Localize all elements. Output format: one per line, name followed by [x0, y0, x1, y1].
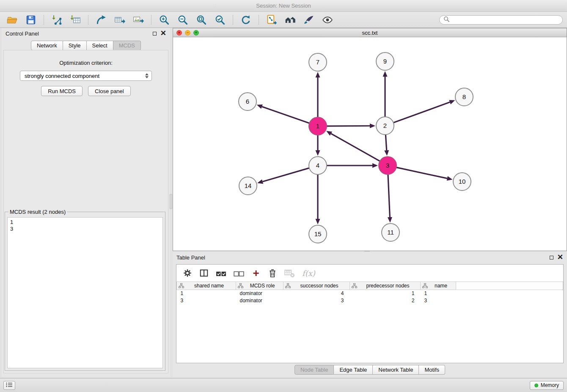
edge-2-3[interactable]: [385, 135, 386, 150]
edge-arrow-icon: [384, 150, 389, 156]
column-header-predecessor-nodes[interactable]: predecessor nodes: [350, 282, 421, 290]
table-row[interactable]: 3dominator323: [177, 297, 563, 304]
export-table-icon[interactable]: [112, 14, 128, 26]
select-all-icon[interactable]: [216, 269, 226, 277]
cell-mcds-role[interactable]: dominator: [236, 297, 284, 304]
show-hide-icon[interactable]: [319, 14, 336, 26]
zoom-selected-icon[interactable]: [212, 14, 228, 26]
table-row[interactable]: 1dominator411: [177, 290, 563, 298]
cell-successor-nodes[interactable]: 3: [284, 297, 350, 304]
cell-successor-nodes[interactable]: 4: [284, 290, 350, 298]
edge-3-11[interactable]: [388, 174, 390, 217]
cell-shared-name[interactable]: 3: [177, 297, 236, 304]
apply-style-icon[interactable]: [301, 14, 317, 26]
fx-label: f(x): [302, 269, 315, 278]
tab-motifs[interactable]: Motifs: [419, 365, 445, 375]
tab-select[interactable]: Select: [87, 41, 113, 50]
tab-node-table[interactable]: Node Table: [295, 365, 334, 375]
close-table-panel-icon[interactable]: ✕: [557, 255, 563, 260]
cell-predecessor-nodes[interactable]: 2: [350, 297, 421, 304]
edge-arrow-icon: [383, 71, 388, 77]
result-line: 3: [10, 226, 160, 232]
column-header-name[interactable]: name: [421, 282, 456, 290]
toolbar-separator: [151, 15, 151, 25]
window-title: Session: New Session: [256, 3, 311, 9]
optimization-label: Optimization criterion:: [4, 60, 168, 66]
close-window-button[interactable]: ×: [176, 30, 182, 36]
graph-node-label: 11: [387, 229, 394, 236]
tab-network-table[interactable]: Network Table: [373, 365, 419, 375]
zoom-in-icon[interactable]: [156, 14, 172, 26]
task-history-button[interactable]: [3, 381, 15, 390]
add-row-icon[interactable]: +: [251, 269, 261, 277]
edge-arrow-icon: [316, 150, 320, 156]
close-panel-button[interactable]: Close panel: [88, 86, 131, 96]
column-header-mcds-role[interactable]: MCDS role: [236, 282, 284, 290]
mcds-result-list[interactable]: 13: [7, 217, 163, 368]
result-line: 1: [10, 219, 160, 226]
network-canvas[interactable]: 7968124314101511: [173, 37, 567, 251]
close-panel-icon[interactable]: ✕: [160, 31, 166, 36]
search-box[interactable]: [439, 15, 563, 25]
tab-mcds[interactable]: MCDS: [113, 41, 141, 50]
graph-node-label: 15: [314, 230, 322, 237]
deselect-all-icon[interactable]: [234, 269, 244, 277]
edge-arrow-icon: [257, 105, 263, 109]
destroy-table-icon[interactable]: [284, 269, 295, 278]
edge-4-14[interactable]: [263, 168, 309, 182]
function-builder-icon[interactable]: f(x): [302, 269, 315, 278]
refresh-icon[interactable]: [238, 14, 254, 26]
import-network-icon[interactable]: [49, 14, 65, 26]
import-table-icon[interactable]: [67, 14, 83, 26]
main-toolbar: [0, 12, 567, 28]
column-header-successor-nodes[interactable]: successor nodes: [284, 282, 350, 290]
zoom-fit-icon[interactable]: [193, 14, 209, 26]
titlebar: Session: New Session: [0, 0, 567, 12]
tab-style[interactable]: Style: [63, 41, 87, 50]
column-header-filler: [456, 282, 563, 290]
column-header-shared-name[interactable]: shared name: [177, 282, 236, 290]
memory-status-icon: [534, 384, 538, 387]
optimization-criterion-select[interactable]: strongly connected component: [20, 71, 152, 81]
edge-3-1[interactable]: [331, 134, 380, 161]
settings-icon[interactable]: [183, 268, 192, 278]
vertical-splitter-handle[interactable]: [170, 194, 172, 209]
float-table-panel-icon[interactable]: [550, 256, 553, 259]
zoom-window-button[interactable]: +: [193, 30, 199, 36]
columns-icon[interactable]: [199, 268, 209, 278]
search-input[interactable]: [451, 17, 559, 23]
export-network-icon[interactable]: [93, 14, 109, 26]
cell-name[interactable]: 1: [421, 290, 456, 298]
edge-1-6[interactable]: [262, 107, 309, 123]
float-panel-icon[interactable]: [153, 32, 157, 36]
cell-name[interactable]: 3: [421, 297, 456, 304]
column-tree-icon: [238, 283, 243, 288]
copy-style-icon[interactable]: [264, 14, 280, 26]
edge-3-10[interactable]: [396, 167, 447, 178]
graph-node-label: 8: [462, 93, 466, 100]
network-window-titlebar[interactable]: × − + scc.txt: [173, 28, 567, 37]
delete-row-icon[interactable]: [268, 268, 277, 278]
run-mcds-button[interactable]: Run MCDS: [41, 86, 83, 96]
memory-button[interactable]: Memory: [530, 381, 564, 390]
edge-2-8[interactable]: [394, 102, 450, 123]
save-session-icon[interactable]: [23, 14, 39, 26]
memory-label: Memory: [541, 382, 559, 388]
minimize-window-button[interactable]: −: [185, 30, 190, 36]
cell-mcds-role[interactable]: dominator: [236, 290, 284, 298]
tab-edge-table[interactable]: Edge Table: [334, 365, 373, 375]
graph-node-label: 14: [245, 182, 252, 189]
tab-network[interactable]: Network: [31, 41, 63, 50]
cell-predecessor-nodes[interactable]: 1: [350, 290, 421, 298]
export-image-icon[interactable]: [130, 14, 146, 26]
edge-arrow-icon: [449, 100, 455, 104]
home-icon[interactable]: [282, 14, 298, 26]
table-panel: Table Panel ✕ +f(x) shared nameMCDS role…: [173, 252, 567, 377]
open-session-icon[interactable]: [4, 14, 20, 26]
column-tree-icon: [352, 283, 357, 288]
search-icon: [443, 16, 449, 24]
edge-1-2[interactable]: [327, 126, 370, 126]
zoom-out-icon[interactable]: [175, 14, 191, 26]
status-bar: Memory: [0, 378, 567, 392]
cell-shared-name[interactable]: 1: [177, 290, 236, 298]
